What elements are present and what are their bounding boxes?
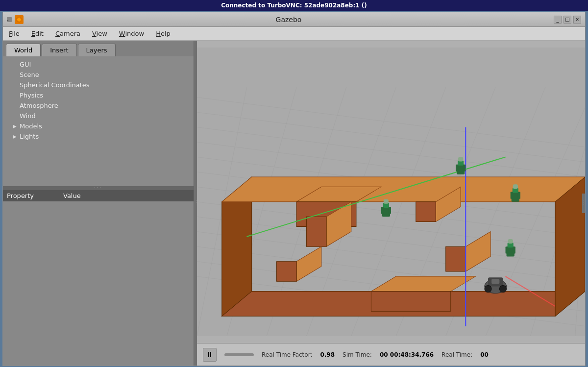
svg-rect-102 bbox=[491, 279, 499, 284]
real-time-label: Real Time: bbox=[441, 351, 472, 358]
tree-label-gui: GUI bbox=[20, 61, 31, 68]
sim-time-value: 00 00:48:34.766 bbox=[380, 351, 434, 358]
content-area: World Insert Layers GUI Scene Spherical … bbox=[3, 41, 585, 366]
simulation-progress-bar[interactable] bbox=[224, 353, 254, 356]
props-col-value: Value bbox=[63, 192, 81, 199]
window-controls: _ □ × bbox=[554, 16, 581, 24]
tree-label-wind: Wind bbox=[20, 112, 36, 120]
svg-rect-90 bbox=[513, 184, 518, 189]
sim-time-label: Sim Time: bbox=[343, 351, 372, 358]
left-panel: World Insert Layers GUI Scene Spherical … bbox=[3, 41, 194, 366]
close-button[interactable]: × bbox=[573, 16, 581, 24]
tree-label-models: Models bbox=[20, 122, 42, 130]
world-tabs: World Insert Layers bbox=[3, 41, 194, 56]
real-time-factor-value: 0.98 bbox=[320, 351, 335, 358]
tree-item-atmosphere[interactable]: Atmosphere bbox=[3, 100, 194, 111]
tree-label-spherical: Spherical Coordinates bbox=[20, 81, 90, 89]
title-bar-left: · bbox=[7, 15, 24, 24]
svg-rect-95 bbox=[508, 239, 513, 244]
pause-button[interactable]: ⏸ bbox=[203, 348, 217, 362]
real-time-factor-label: Real Time Factor: bbox=[262, 351, 312, 358]
svg-marker-70 bbox=[276, 262, 296, 282]
tree-item-gui[interactable]: GUI bbox=[3, 59, 194, 70]
world-tree: GUI Scene Spherical Coordinates Physics bbox=[3, 56, 194, 186]
svg-marker-60 bbox=[222, 177, 585, 202]
svg-rect-80 bbox=[458, 157, 463, 161]
svg-marker-66 bbox=[306, 217, 326, 246]
properties-header: Property Value bbox=[3, 190, 194, 201]
status-bar: ⏸ Real Time Factor: 0.98 Sim Time: 00 00… bbox=[197, 343, 585, 366]
props-col-property: Property bbox=[7, 192, 34, 199]
vnc-status-bar: Connected to TurboVNC: 52ade902a8eb:1 () bbox=[0, 0, 588, 11]
svg-rect-81 bbox=[456, 165, 458, 171]
window-dot: · bbox=[7, 17, 12, 22]
main-window: · Gazebo _ □ × File Edit Camera View Win… bbox=[2, 12, 586, 366]
svg-marker-68 bbox=[416, 202, 436, 222]
menu-camera[interactable]: Camera bbox=[53, 29, 82, 38]
svg-rect-97 bbox=[513, 246, 515, 253]
tab-insert[interactable]: Insert bbox=[42, 44, 76, 56]
tree-item-spherical-coords[interactable]: Spherical Coordinates bbox=[3, 80, 194, 90]
menu-window[interactable]: Window bbox=[117, 29, 146, 38]
menu-view[interactable]: View bbox=[90, 29, 109, 38]
svg-rect-91 bbox=[511, 192, 513, 199]
window-title: Gazebo bbox=[24, 16, 554, 24]
tree-label-scene: Scene bbox=[20, 71, 39, 78]
maximize-button[interactable]: □ bbox=[564, 16, 571, 24]
3d-scene[interactable] bbox=[197, 41, 585, 343]
svg-rect-85 bbox=[384, 199, 389, 204]
tree-label-lights: Lights bbox=[20, 133, 39, 140]
menu-file[interactable]: File bbox=[7, 29, 22, 38]
tree-item-scene[interactable]: Scene bbox=[3, 70, 194, 80]
properties-panel: Property Value bbox=[3, 189, 194, 366]
pause-icon: ⏸ bbox=[206, 350, 214, 359]
svg-rect-87 bbox=[389, 207, 391, 214]
3d-viewport[interactable]: ▾ ▾ bbox=[197, 41, 585, 366]
svg-rect-96 bbox=[506, 246, 508, 253]
tree-label-atmosphere: Atmosphere bbox=[20, 102, 58, 109]
svg-rect-92 bbox=[518, 192, 520, 199]
real-time-value: 00 bbox=[480, 351, 489, 358]
svg-point-101 bbox=[499, 285, 506, 292]
menu-edit[interactable]: Edit bbox=[29, 29, 46, 38]
tree-item-wind[interactable]: Wind bbox=[3, 111, 194, 121]
tab-layers[interactable]: Layers bbox=[78, 44, 116, 56]
tree-item-models[interactable]: ▶ Models bbox=[3, 121, 194, 131]
menu-help[interactable]: Help bbox=[154, 29, 172, 38]
menu-bar: File Edit Camera View Window Help bbox=[3, 27, 585, 41]
svg-marker-72 bbox=[446, 246, 466, 271]
tree-item-lights[interactable]: ▶ Lights bbox=[3, 131, 194, 142]
svg-rect-82 bbox=[463, 165, 466, 171]
expand-models-arrow[interactable]: ▶ bbox=[13, 123, 18, 129]
tree-label-physics: Physics bbox=[20, 92, 43, 99]
app-icon bbox=[15, 15, 24, 24]
tab-world[interactable]: World bbox=[6, 44, 41, 56]
scene-svg bbox=[197, 41, 585, 343]
svg-marker-62 bbox=[555, 177, 585, 316]
svg-marker-74 bbox=[371, 292, 450, 312]
svg-rect-86 bbox=[381, 207, 384, 214]
expand-lights-arrow[interactable]: ▶ bbox=[13, 134, 18, 139]
right-resize-dots: ··· bbox=[582, 200, 585, 206]
tree-item-physics[interactable]: Physics bbox=[3, 90, 194, 100]
title-bar: · Gazebo _ □ × bbox=[3, 12, 585, 27]
svg-point-100 bbox=[485, 285, 491, 292]
right-resize-handle[interactable]: ··· bbox=[582, 194, 585, 213]
vnc-status-text: Connected to TurboVNC: 52ade902a8eb:1 () bbox=[221, 2, 367, 9]
minimize-button[interactable]: _ bbox=[554, 16, 562, 24]
